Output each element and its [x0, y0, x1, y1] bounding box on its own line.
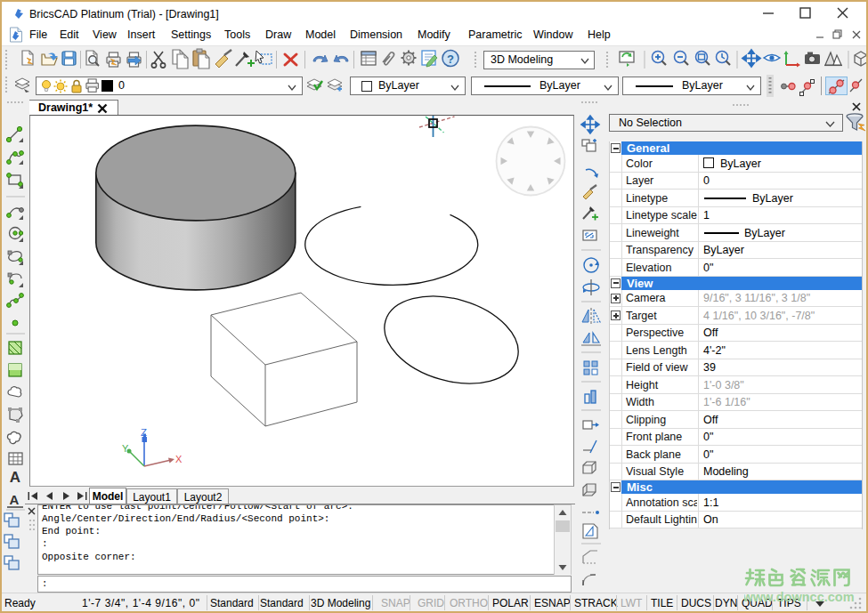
svg-text:?: ? — [447, 52, 454, 66]
svg-text:Y: Y — [122, 443, 129, 454]
svg-text:A: A — [10, 469, 20, 486]
svg-text:www.downcc.com: www.downcc.com — [744, 590, 855, 604]
svg-text:X: X — [175, 454, 183, 464]
svg-text:Z: Z — [141, 427, 147, 438]
svg-text:A: A — [10, 492, 20, 507]
